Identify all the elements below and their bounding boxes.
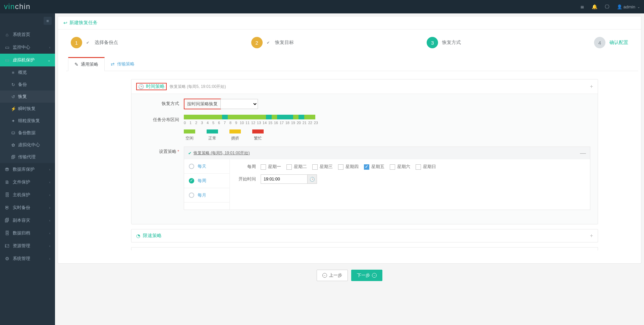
- sidebar-subitem[interactable]: ✿虚拟化中心: [0, 139, 55, 151]
- prev-button[interactable]: ← 上一步: [317, 270, 348, 281]
- sidebar-item[interactable]: ⛃数据库保护‹: [0, 163, 55, 176]
- sidebar-item[interactable]: 🗄主机保护‹: [0, 188, 55, 201]
- check-icon: ✔: [188, 151, 192, 156]
- sidebar-item[interactable]: 🗎文件保护‹: [0, 176, 55, 188]
- main: ↩ 新建恢复任务 1✔选择备份点2✔恢复目标3恢复方式4确认配置 ✎通用策略⇄传…: [55, 13, 644, 325]
- sidebar-icon: ⛃: [5, 167, 9, 172]
- wizard-step[interactable]: 2✔恢复目标: [251, 37, 294, 48]
- dist-tick: 16: [274, 121, 278, 125]
- day-option[interactable]: 星期四: [338, 164, 359, 170]
- dist-row: 任务分布区间 012345678910111213141516171819202…: [139, 115, 590, 141]
- chevron-down-icon: ⌄: [637, 5, 640, 9]
- restore-mode-label: 恢复方式: [139, 99, 179, 107]
- sidebar-subitem[interactable]: 🗐传输代理: [0, 151, 55, 163]
- dist-tick: 15: [268, 121, 272, 125]
- clock-icon: 🕒: [138, 84, 144, 89]
- sidebar-label: 资源管理: [13, 243, 30, 249]
- sidebar-subitem[interactable]: ↻备份: [0, 78, 55, 91]
- sidebar-item[interactable]: ▭监控中心‹: [0, 41, 55, 54]
- policy-panel-header[interactable]: ✔ 恢复策略 (每周5, 19:01:00开始) —: [184, 147, 590, 159]
- sidebar-item[interactable]: 🗠资源管理‹: [0, 239, 55, 252]
- limit-policy-title: 限速策略: [143, 233, 162, 239]
- tab-label: 通用策略: [81, 61, 98, 67]
- sidebar-sub-label: 备份数据: [18, 130, 36, 136]
- sidebar-label: 数据库保护: [13, 166, 35, 172]
- tab[interactable]: ✎通用策略: [68, 57, 105, 71]
- frequency-option[interactable]: 每周: [184, 174, 229, 188]
- day-option[interactable]: 星期六: [390, 164, 410, 170]
- checkbox-icon: [286, 164, 292, 170]
- radio-icon: [189, 193, 194, 198]
- chevron-down-icon: ⌄: [48, 58, 50, 62]
- day-label: 星期一: [268, 164, 281, 170]
- sidebar-subitem[interactable]: ✦细粒度恢复: [0, 115, 55, 127]
- day-option[interactable]: 星期三: [312, 164, 333, 170]
- sidebar-subitem[interactable]: ⛁备份数据: [0, 127, 55, 139]
- dist-tick: 17: [280, 121, 284, 125]
- frequency-option[interactable]: 每天: [184, 159, 229, 174]
- dist-tick: 8: [228, 121, 232, 125]
- sidebar-item[interactable]: ⚙系统管理‹: [0, 252, 55, 265]
- sidebar-label: 主机保护: [13, 192, 30, 198]
- dist-tick: 5: [211, 121, 215, 125]
- dist-tick: 0: [183, 121, 187, 125]
- day-option[interactable]: 星期五: [364, 164, 384, 170]
- day-option[interactable]: 星期一: [261, 164, 281, 170]
- dist-segment: [299, 115, 304, 119]
- frequency-option[interactable]: 每月: [184, 188, 229, 203]
- restore-mode-select[interactable]: [220, 99, 258, 109]
- logo: vinchin: [4, 2, 31, 11]
- sidebar-item[interactable]: ▭虚拟机保护⌄: [0, 54, 55, 66]
- sidebar-sub-label: 概览: [18, 69, 27, 75]
- dist-ticks: 01234567891011121314151617181920212223: [183, 121, 590, 125]
- sidebar-item[interactable]: 🗄数据归档‹: [0, 227, 55, 239]
- sidebar: ≡ ⌂系统首页▭监控中心‹▭虚拟机保护⌄≡概览↻备份↺恢复⚡瞬时恢复✦细粒度恢复…: [0, 13, 55, 325]
- time-policy-header[interactable]: 🕒 时间策略 恢复策略 (每周5, 19:01:00开始) +: [131, 79, 598, 94]
- restore-mode-value: 按时间策略恢复: [184, 99, 220, 109]
- minus-icon[interactable]: —: [580, 150, 586, 157]
- sidebar-item[interactable]: ⌂系统首页: [0, 28, 55, 41]
- plus-icon[interactable]: +: [590, 233, 593, 239]
- day-option[interactable]: 星期二: [286, 164, 307, 170]
- limit-policy-header[interactable]: ◔ 限速策略 +: [131, 229, 598, 242]
- bell-icon[interactable]: 🔔: [592, 4, 597, 9]
- sidebar-subitem[interactable]: ≡概览: [0, 66, 55, 78]
- legend-item: 正常: [207, 129, 218, 141]
- top-bar: vinchin ≣ 🔔 🖵 👤 admin ⌄: [0, 0, 644, 13]
- hamburger-icon[interactable]: ≡: [44, 17, 52, 25]
- time-policy-highlight: 🕒 时间策略: [136, 83, 167, 90]
- step-number: 4: [594, 37, 605, 48]
- tab[interactable]: ⇄传输策略: [105, 57, 141, 71]
- sidebar-subitem[interactable]: ↺恢复: [0, 91, 55, 103]
- sidebar-label: 副本容灾: [13, 217, 30, 223]
- sidebar-subitem[interactable]: ⚡瞬时恢复: [0, 103, 55, 115]
- dist-segment: [277, 115, 293, 119]
- set-policy-label: 设置策略*: [139, 147, 179, 155]
- user-menu[interactable]: 👤 admin ⌄: [617, 4, 640, 9]
- wizard-step[interactable]: 1✔选择备份点: [71, 37, 118, 48]
- checkbox-icon: [338, 164, 343, 170]
- tab-label: 传输策略: [117, 61, 135, 67]
- clock-button[interactable]: 🕒: [308, 174, 317, 184]
- next-button[interactable]: 下一步 →: [351, 270, 382, 281]
- legend-item: 繁忙: [252, 129, 264, 141]
- legend-swatch: [207, 129, 218, 133]
- plus-icon[interactable]: +: [590, 84, 593, 90]
- logo-a: vin: [4, 2, 15, 11]
- sidebar-sub-icon: ✦: [11, 118, 15, 123]
- sidebar-item[interactable]: ⛨实时备份‹: [0, 201, 55, 214]
- list-icon[interactable]: ≣: [580, 4, 584, 9]
- day-option[interactable]: 星期日: [416, 164, 436, 170]
- back-arrow-icon[interactable]: ↩: [63, 20, 67, 25]
- wizard-step[interactable]: 4确认配置: [594, 37, 628, 48]
- days-group: 星期一星期二星期三星期四星期五星期六星期日: [261, 164, 436, 170]
- step-label: 选择备份点: [95, 40, 118, 46]
- sidebar-sub-label: 恢复: [18, 94, 27, 100]
- dist-tick: 2: [194, 121, 198, 125]
- sidebar-sub-icon: ⚡: [11, 106, 15, 111]
- sidebar-sub-icon: ⛁: [11, 130, 15, 136]
- start-time-input[interactable]: [261, 174, 308, 184]
- wizard-step[interactable]: 3恢复方式: [427, 37, 461, 48]
- sidebar-item[interactable]: 🗐副本容灾‹: [0, 214, 55, 227]
- monitor-icon[interactable]: 🖵: [605, 4, 609, 9]
